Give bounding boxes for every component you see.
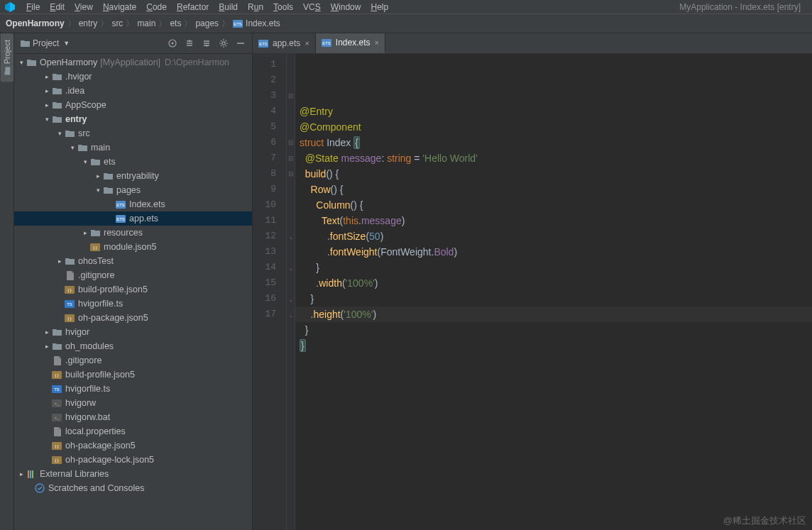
tree-node[interactable]: ▾ets [14, 155, 252, 169]
fold-marker[interactable]: ⌞ [287, 228, 295, 244]
line-number[interactable]: 17 [253, 307, 286, 322]
project-view-dropdown[interactable]: Project ▼ [20, 38, 70, 48]
tree-node[interactable]: ▾main [14, 140, 252, 155]
gear-icon[interactable] [218, 38, 229, 49]
menu-build[interactable]: Build [214, 2, 243, 12]
breadcrumb-item[interactable]: main [137, 18, 155, 28]
tree-node[interactable]: hvigorw [14, 396, 252, 410]
tree-node[interactable]: ▸entryability [14, 169, 252, 183]
tree-node[interactable]: ▾pages [14, 183, 252, 197]
line-number[interactable]: 1 [253, 57, 286, 72]
code-line[interactable]: } [298, 291, 812, 307]
expand-arrow-icon[interactable]: ▸ [43, 87, 51, 94]
tree-root-node[interactable]: ▾ OpenHarmony [MyApplication] D:\OpenHar… [14, 55, 252, 70]
line-number[interactable]: 8 [253, 166, 286, 182]
menu-file[interactable]: File [21, 2, 45, 12]
editor-tab[interactable]: app.ets× [253, 33, 316, 53]
tree-node[interactable]: oh-package.json5 [14, 311, 252, 325]
breadcrumb-root[interactable]: OpenHarmony [6, 18, 65, 28]
line-number[interactable]: 10 [253, 197, 286, 213]
tree-node[interactable]: Index.ets [14, 197, 252, 211]
line-number[interactable]: 12 [253, 228, 286, 244]
tree-node[interactable]: build-profile.json5 [14, 282, 252, 297]
expand-arrow-icon[interactable]: ▾ [81, 158, 89, 165]
code-editor[interactable]: @Entry@Componentstruct Index { @State me… [295, 54, 812, 530]
menu-navigate[interactable]: Navigate [98, 2, 141, 12]
expand-arrow-icon[interactable]: ▾ [55, 130, 64, 137]
select-opened-file-icon[interactable] [167, 38, 178, 49]
tree-scratches[interactable]: Scratches and Consoles [14, 481, 252, 495]
fold-gutter[interactable]: ⊟⊟⊟⊟⌞⌞⌞⌞ [287, 54, 295, 530]
tree-node[interactable]: ▸oh_modules [14, 339, 252, 353]
line-number[interactable]: 13 [253, 244, 286, 260]
expand-arrow-icon[interactable]: ▾ [43, 116, 51, 123]
fold-marker[interactable]: ⊟ [287, 166, 295, 182]
menu-help[interactable]: Help [366, 2, 393, 12]
menu-view[interactable]: View [70, 2, 98, 12]
tree-node[interactable]: hvigorw.bat [14, 410, 252, 424]
line-number[interactable]: 3 [253, 88, 286, 104]
line-number[interactable]: 15 [253, 275, 286, 291]
tree-node[interactable]: ▸hvigor [14, 325, 252, 339]
line-number[interactable]: 14 [253, 260, 286, 275]
line-number-gutter[interactable]: 1234567891011121314151617 [253, 54, 287, 530]
breadcrumb-item[interactable]: ets [170, 18, 181, 28]
hide-icon[interactable] [235, 38, 246, 49]
code-line[interactable]: @State message: string = 'Hello World' [298, 150, 812, 166]
tree-node[interactable]: app.ets [14, 211, 252, 226]
menu-run[interactable]: Run [243, 2, 268, 12]
code-line[interactable]: Column() { [298, 197, 812, 213]
fold-marker[interactable]: ⊟ [287, 135, 295, 150]
tree-node[interactable]: ▸resources [14, 226, 252, 240]
line-number[interactable]: 6 [253, 135, 286, 150]
breadcrumb-item[interactable]: src [111, 18, 123, 28]
code-line[interactable]: } [298, 260, 812, 275]
expand-arrow-icon[interactable]: ▸ [43, 101, 51, 109]
line-number[interactable]: 2 [253, 72, 286, 88]
code-line[interactable]: .width('100%') [298, 275, 812, 291]
tree-node[interactable]: hvigorfile.ts [14, 382, 252, 396]
fold-marker[interactable]: ⌞ [287, 291, 295, 307]
tree-node[interactable]: local.properties [14, 424, 252, 438]
tree-node[interactable]: ▸.hvigor [14, 70, 252, 84]
fold-marker[interactable]: ⌞ [287, 307, 295, 322]
line-number[interactable]: 11 [253, 213, 286, 228]
expand-arrow-icon[interactable]: ▾ [17, 59, 26, 66]
close-tab-icon[interactable]: × [375, 38, 379, 47]
tree-node[interactable]: ▸AppScope [14, 98, 252, 112]
line-number[interactable]: 16 [253, 291, 286, 307]
editor-tab[interactable]: Index.ets× [316, 33, 385, 53]
code-line[interactable]: Row() { [298, 182, 812, 197]
line-number[interactable]: 9 [253, 182, 286, 197]
expand-arrow-icon[interactable]: ▸ [43, 329, 51, 336]
tree-node[interactable]: ▾entry [14, 112, 252, 126]
breadcrumb-file[interactable]: Index.ets [246, 18, 280, 28]
tree-node[interactable]: build-profile.json5 [14, 368, 252, 382]
expand-arrow-icon[interactable]: ▾ [68, 144, 77, 151]
tree-node[interactable]: oh-package-lock.json5 [14, 453, 252, 467]
tree-external-libraries[interactable]: ▸ External Libraries [14, 467, 252, 481]
menu-vcs[interactable]: VCS [298, 2, 326, 12]
expand-arrow-icon[interactable]: ▾ [94, 187, 102, 194]
code-line[interactable]: .fontSize(50) [298, 228, 812, 244]
project-tree[interactable]: ▾ OpenHarmony [MyApplication] D:\OpenHar… [14, 54, 252, 530]
breadcrumb-item[interactable]: pages [195, 18, 219, 28]
menu-window[interactable]: Window [326, 2, 366, 12]
code-line[interactable]: Text(this.message) [298, 213, 812, 228]
code-line[interactable]: @Entry [298, 104, 812, 119]
fold-marker[interactable]: ⊟ [287, 88, 295, 104]
tree-node[interactable]: module.json5 [14, 240, 252, 254]
expand-arrow-icon[interactable]: ▸ [43, 73, 51, 80]
code-line[interactable]: } [298, 338, 812, 353]
expand-arrow-icon[interactable]: ▸ [81, 229, 89, 236]
tree-node[interactable]: hvigorfile.ts [14, 297, 252, 311]
expand-arrow-icon[interactable]: ▸ [94, 172, 102, 180]
code-line[interactable]: @Component [298, 119, 812, 135]
expand-arrow-icon[interactable]: ▸ [55, 258, 64, 265]
code-line[interactable]: .height('100%') [298, 307, 812, 322]
fold-marker[interactable]: ⊟ [287, 150, 295, 166]
menu-code[interactable]: Code [141, 2, 172, 12]
code-line[interactable]: } [298, 322, 812, 338]
code-line[interactable]: .fontWeight(FontWeight.Bold) [298, 244, 812, 260]
line-number[interactable]: 4 [253, 104, 286, 119]
